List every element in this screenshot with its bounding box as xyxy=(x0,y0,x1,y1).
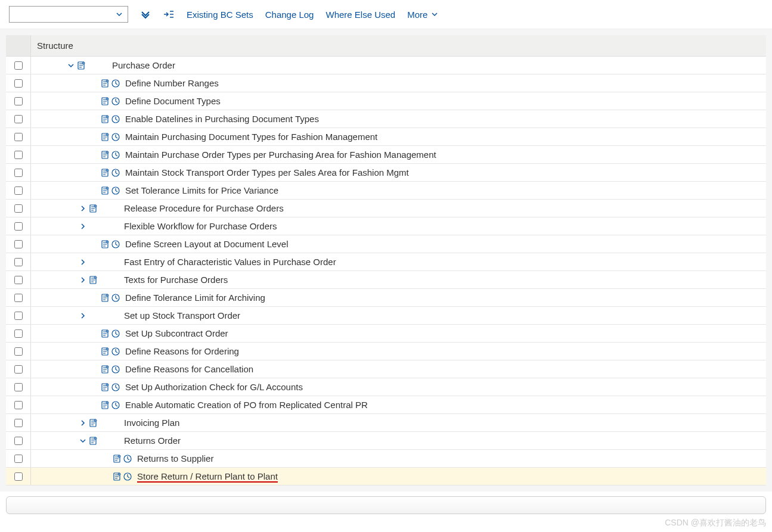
row-checkbox[interactable] xyxy=(14,222,23,231)
activity-icon[interactable] xyxy=(111,400,120,410)
node-label[interactable]: Release Procedure for Purchase Orders xyxy=(124,203,284,213)
row-checkbox[interactable] xyxy=(14,365,23,374)
document-icon[interactable] xyxy=(88,204,98,213)
document-icon[interactable] xyxy=(112,472,122,481)
tree-row[interactable]: Maintain Stock Transport Order Types per… xyxy=(6,164,766,182)
document-icon[interactable] xyxy=(100,79,110,88)
activity-icon[interactable] xyxy=(111,97,120,106)
row-checkbox[interactable] xyxy=(14,294,23,302)
activity-icon[interactable] xyxy=(111,79,120,88)
activity-icon[interactable] xyxy=(111,150,120,160)
node-label[interactable]: Fast Entry of Characteristic Values in P… xyxy=(124,257,336,267)
row-checkbox[interactable] xyxy=(14,472,23,481)
existing-bc-sets-link[interactable]: Existing BC Sets xyxy=(187,10,253,20)
collapse-icon[interactable] xyxy=(67,61,75,70)
document-icon[interactable] xyxy=(100,97,110,106)
document-icon[interactable] xyxy=(112,454,122,463)
document-icon[interactable] xyxy=(88,418,98,428)
document-icon[interactable] xyxy=(100,400,110,410)
structure-column-header[interactable]: Structure xyxy=(31,41,73,51)
row-checkbox[interactable] xyxy=(14,329,23,338)
tree-row[interactable]: Enable Datelines in Purchasing Document … xyxy=(6,110,766,128)
node-label[interactable]: Set Up Subcontract Order xyxy=(125,328,228,338)
document-icon[interactable] xyxy=(100,293,110,303)
node-label[interactable]: Maintain Purchase Order Types per Purcha… xyxy=(125,150,436,160)
node-label[interactable]: Texts for Purchase Orders xyxy=(124,275,228,285)
expand-icon[interactable] xyxy=(79,204,87,213)
document-icon[interactable] xyxy=(88,436,98,446)
tree-row[interactable]: Define Reasons for Cancellation xyxy=(6,360,766,378)
tree-row[interactable]: Flexible Workflow for Purchase Orders xyxy=(6,217,766,235)
node-label[interactable]: Maintain Stock Transport Order Types per… xyxy=(125,167,409,178)
row-checkbox[interactable] xyxy=(14,347,23,356)
activity-icon[interactable] xyxy=(111,114,120,124)
change-log-link[interactable]: Change Log xyxy=(265,10,314,20)
tree-row[interactable]: Store Return / Return Plant to Plant xyxy=(6,468,766,486)
node-label[interactable]: Define Tolerance Limit for Archiving xyxy=(125,293,265,303)
tree-row[interactable]: Define Number Ranges xyxy=(6,74,766,92)
activity-icon[interactable] xyxy=(111,365,120,374)
tree-row[interactable]: Maintain Purchasing Document Types for F… xyxy=(6,128,766,146)
node-label[interactable]: Invoicing Plan xyxy=(124,418,179,428)
variant-dropdown[interactable] xyxy=(9,6,128,23)
node-label[interactable]: Store Return / Return Plant to Plant xyxy=(137,471,278,481)
position-icon[interactable] xyxy=(163,10,175,18)
expand-icon[interactable] xyxy=(79,258,87,266)
tree-row[interactable]: Set up Stock Transport Order xyxy=(6,307,766,325)
node-label[interactable]: Maintain Purchasing Document Types for F… xyxy=(125,132,377,142)
tree-row[interactable]: Returns Order xyxy=(6,432,766,450)
tree-row[interactable]: Returns to Supplier xyxy=(6,450,766,468)
activity-icon[interactable] xyxy=(111,132,120,142)
document-icon[interactable] xyxy=(100,382,110,392)
tree-row[interactable]: Define Document Types xyxy=(6,92,766,110)
activity-icon[interactable] xyxy=(111,329,120,338)
tree-row[interactable]: Define Screen Layout at Document Level xyxy=(6,235,766,253)
row-checkbox[interactable] xyxy=(14,276,23,284)
row-checkbox[interactable] xyxy=(14,258,23,266)
row-checkbox[interactable] xyxy=(14,455,23,463)
node-label[interactable]: Define Number Ranges xyxy=(125,78,219,88)
tree-row[interactable]: Define Reasons for Ordering xyxy=(6,343,766,360)
tree-row[interactable]: Fast Entry of Characteristic Values in P… xyxy=(6,253,766,271)
row-checkbox[interactable] xyxy=(14,204,23,213)
tree-row[interactable]: Set Up Authorization Check for G/L Accou… xyxy=(6,378,766,396)
node-label[interactable]: Set up Stock Transport Order xyxy=(124,310,240,321)
tree-row[interactable]: Purchase Order xyxy=(6,57,766,74)
row-checkbox[interactable] xyxy=(14,169,23,177)
document-icon[interactable] xyxy=(100,186,110,195)
document-icon[interactable] xyxy=(100,239,110,249)
document-icon[interactable] xyxy=(76,61,86,70)
tree-row[interactable]: Set Up Subcontract Order xyxy=(6,325,766,343)
row-checkbox[interactable] xyxy=(14,437,23,445)
node-label[interactable]: Returns to Supplier xyxy=(137,453,213,463)
row-checkbox[interactable] xyxy=(14,240,23,248)
activity-icon[interactable] xyxy=(111,293,120,303)
tree-row[interactable]: Release Procedure for Purchase Orders xyxy=(6,200,766,217)
tree-row[interactable]: Define Tolerance Limit for Archiving xyxy=(6,289,766,307)
more-menu[interactable]: More xyxy=(407,10,438,20)
row-checkbox[interactable] xyxy=(14,133,23,141)
tree-row[interactable]: Maintain Purchase Order Types per Purcha… xyxy=(6,146,766,164)
document-icon[interactable] xyxy=(100,365,110,374)
expand-icon[interactable] xyxy=(79,312,87,320)
document-icon[interactable] xyxy=(88,275,98,285)
row-checkbox[interactable] xyxy=(14,115,23,123)
node-label[interactable]: Enable Automatic Creation of PO from Rep… xyxy=(125,400,368,410)
where-else-used-link[interactable]: Where Else Used xyxy=(325,10,395,20)
collapse-icon[interactable] xyxy=(79,437,87,445)
activity-icon[interactable] xyxy=(111,347,120,356)
node-label[interactable]: Define Reasons for Ordering xyxy=(125,346,239,356)
node-label[interactable]: Returns Order xyxy=(124,435,181,446)
node-label[interactable]: Define Document Types xyxy=(125,96,221,106)
row-checkbox[interactable] xyxy=(14,401,23,409)
activity-icon[interactable] xyxy=(111,168,120,178)
activity-icon[interactable] xyxy=(123,472,132,481)
row-checkbox[interactable] xyxy=(14,79,23,88)
expand-icon[interactable] xyxy=(79,419,87,427)
node-label[interactable]: Enable Datelines in Purchasing Document … xyxy=(125,114,319,124)
row-checkbox[interactable] xyxy=(14,61,23,70)
document-icon[interactable] xyxy=(100,168,110,178)
document-icon[interactable] xyxy=(100,329,110,338)
activity-icon[interactable] xyxy=(123,454,132,463)
tree-row[interactable]: Enable Automatic Creation of PO from Rep… xyxy=(6,396,766,414)
